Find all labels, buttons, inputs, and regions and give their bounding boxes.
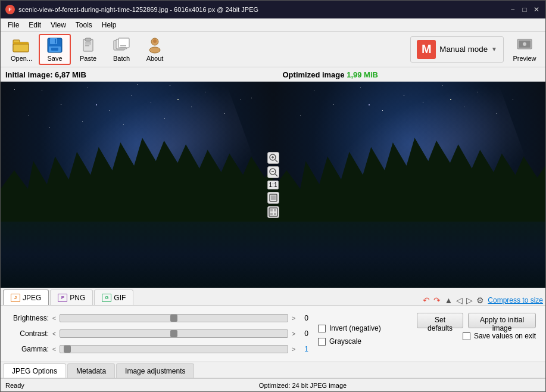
status-ready: Ready <box>5 382 65 389</box>
prev-icon[interactable]: ◁ <box>456 295 463 305</box>
fit-to-window-button[interactable] <box>267 192 279 204</box>
paste-icon <box>79 37 98 54</box>
save-values-label: Save values on exit <box>474 332 536 340</box>
title-bar: F scenic-view-of-forest-during-night-tim… <box>1 1 545 18</box>
status-optimized: Optimized: 24 bit JPEG image <box>65 382 541 389</box>
gamma-slider[interactable] <box>60 345 288 353</box>
svg-rect-8 <box>51 48 58 51</box>
compress-button[interactable]: Compress to size <box>488 296 543 304</box>
tab-png[interactable]: P PNG <box>50 290 93 305</box>
brightness-row: Brightness: < > 0 <box>10 310 308 326</box>
toolbar: Open... Save <box>1 32 545 67</box>
jpeg-label: JPEG <box>23 294 41 302</box>
gamma-right-arrow[interactable]: > <box>291 346 297 353</box>
app-icon: F <box>5 5 15 14</box>
about-label: About <box>146 55 164 62</box>
initial-image-label: Initial image: 6,87 MiB <box>5 70 264 79</box>
maximize-button[interactable]: □ <box>520 5 529 14</box>
sliders-column: Brightness: < > 0 Contrast: < > 0 Ga <box>10 310 308 357</box>
tab-gif[interactable]: G GIF <box>94 290 133 305</box>
svg-line-30 <box>275 174 277 176</box>
brightness-thumb <box>170 315 177 322</box>
svg-point-24 <box>523 42 526 46</box>
image-panels: 1:1 <box>1 82 545 288</box>
svg-rect-1 <box>13 44 29 52</box>
minimize-button[interactable]: − <box>508 5 517 14</box>
bottom-tabs: JPEG Options Metadata Image adjustments <box>1 362 545 378</box>
save-icon <box>45 37 64 54</box>
invert-row: Invert (negative) <box>318 324 407 332</box>
manual-mode-button[interactable]: M Manual mode ▼ <box>410 36 504 63</box>
manual-mode-icon: M <box>417 40 436 59</box>
brightness-right-arrow[interactable]: > <box>291 315 297 322</box>
format-tabs: J JPEG P PNG G GIF ↶ ↷ ▲ ◁ ▷ ⚙ Compress … <box>1 288 545 306</box>
set-defaults-button[interactable]: Set defaults <box>417 313 463 328</box>
about-icon <box>145 37 164 54</box>
contrast-label: Contrast: <box>10 329 49 338</box>
svg-rect-35 <box>270 209 273 211</box>
contrast-slider[interactable] <box>60 329 288 338</box>
grayscale-checkbox[interactable] <box>318 338 326 346</box>
paste-label: Paste <box>80 55 96 62</box>
brightness-label: Brightness: <box>10 314 49 322</box>
png-icon: P <box>58 294 67 302</box>
actual-size-button[interactable] <box>267 206 279 218</box>
tab-metadata[interactable]: Metadata <box>67 363 115 378</box>
gamma-thumb <box>64 346 71 353</box>
open-label: Open... <box>11 55 32 62</box>
gamma-left-arrow[interactable]: < <box>51 346 57 353</box>
menu-edit[interactable]: Edit <box>24 20 46 30</box>
tab-jpeg-options[interactable]: JPEG Options <box>3 363 66 378</box>
paste-button[interactable]: Paste <box>72 34 104 65</box>
save-label: Save <box>47 55 62 62</box>
tab-image-adjustments[interactable]: Image adjustments <box>116 363 194 378</box>
gif-icon: G <box>102 294 111 302</box>
svg-rect-38 <box>274 213 276 215</box>
brightness-slider[interactable] <box>60 314 288 322</box>
settings-icon[interactable]: ⚙ <box>476 295 484 305</box>
about-button[interactable]: About <box>139 34 171 65</box>
zoom-in-button[interactable] <box>267 152 279 164</box>
invert-checkbox[interactable] <box>318 325 326 332</box>
contrast-value: 0 <box>299 329 308 338</box>
zoom-out-button[interactable] <box>267 166 279 178</box>
svg-rect-11 <box>85 42 91 43</box>
buttons-column: Set defaults Apply to initial image Save… <box>417 310 536 357</box>
svg-rect-16 <box>118 38 129 48</box>
grayscale-row: Grayscale <box>318 337 407 346</box>
close-button[interactable]: ✕ <box>532 5 541 14</box>
zoom-ratio: 1:1 <box>267 181 279 189</box>
apply-initial-button[interactable]: Apply to initial image <box>468 313 536 328</box>
menu-file[interactable]: File <box>3 20 24 30</box>
controls-area: Brightness: < > 0 Contrast: < > 0 Ga <box>1 306 545 362</box>
menu-view[interactable]: View <box>46 20 71 30</box>
menu-tools[interactable]: Tools <box>71 20 97 30</box>
save-button[interactable]: Save <box>39 34 71 65</box>
histogram-icon[interactable]: ▲ <box>444 295 453 305</box>
svg-rect-37 <box>270 213 273 215</box>
svg-rect-17 <box>120 45 126 46</box>
batch-button[interactable]: Batch <box>105 34 138 65</box>
save-values-checkbox[interactable] <box>463 332 470 340</box>
checkboxes-column: Invert (negative) Grayscale <box>318 310 407 357</box>
svg-point-20 <box>149 47 160 53</box>
tab-jpeg[interactable]: J JPEG <box>3 290 49 305</box>
menu-help[interactable]: Help <box>97 20 121 30</box>
contrast-row: Contrast: < > 0 <box>10 326 308 341</box>
brightness-left-arrow[interactable]: < <box>51 315 57 322</box>
gamma-value: 1 <box>299 345 308 353</box>
optimized-image-panel <box>273 82 546 288</box>
next-icon[interactable]: ▷ <box>466 295 473 305</box>
brightness-value: 0 <box>299 314 308 322</box>
contrast-right-arrow[interactable]: > <box>291 331 297 337</box>
toolbar-right: M Manual mode ▼ Preview <box>410 34 541 65</box>
contrast-left-arrow[interactable]: < <box>51 331 57 337</box>
preview-button[interactable]: Preview <box>508 34 541 65</box>
redo-icon[interactable]: ↷ <box>433 295 441 305</box>
batch-icon <box>112 37 131 54</box>
initial-image-canvas <box>1 82 273 288</box>
svg-rect-33 <box>271 195 276 200</box>
svg-rect-12 <box>85 43 91 45</box>
open-button[interactable]: Open... <box>5 34 38 65</box>
undo-icon[interactable]: ↶ <box>423 295 430 305</box>
